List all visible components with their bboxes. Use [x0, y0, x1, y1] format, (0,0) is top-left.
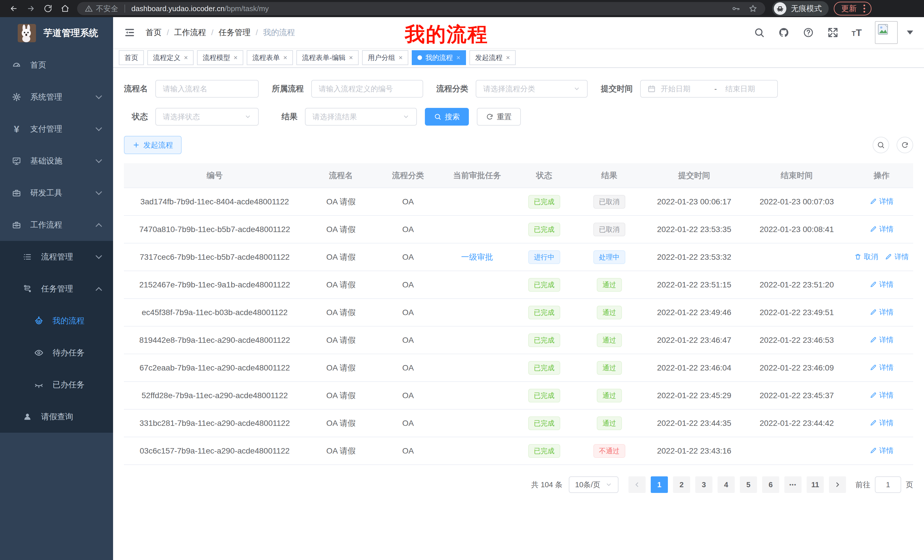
sidebar-collapse-icon[interactable]: [124, 27, 135, 38]
red-annotation-text: 我的流程: [405, 21, 488, 48]
avatar[interactable]: [875, 21, 898, 44]
tab-my-process[interactable]: 我的流程×: [412, 50, 466, 65]
page-button-3[interactable]: 3: [695, 476, 712, 493]
tab-start-process[interactable]: 发起流程×: [470, 50, 516, 65]
sidebar-item-process-management[interactable]: 流程管理: [0, 241, 113, 273]
bookmark-star-icon[interactable]: [748, 4, 757, 13]
reload-icon[interactable]: [43, 3, 53, 14]
date-range-picker[interactable]: 开始日期 - 结束日期: [640, 80, 778, 97]
next-page-button[interactable]: [829, 476, 846, 493]
close-icon[interactable]: ×: [234, 54, 238, 61]
toggle-search-button[interactable]: [873, 137, 889, 153]
detail-link[interactable]: 详情: [870, 307, 894, 317]
detail-link[interactable]: 详情: [870, 197, 894, 206]
calendar-icon: [648, 85, 656, 93]
cell-id: ec45f38f-7b9a-11ec-b03b-acde48001122: [124, 298, 306, 326]
current-task-link[interactable]: 一级审批: [461, 253, 493, 262]
page-button-5[interactable]: 5: [740, 476, 757, 493]
process-category-select[interactable]: 请选择流程分类: [476, 80, 588, 97]
breadcrumb-item[interactable]: 首页: [146, 27, 162, 38]
font-size-icon[interactable]: TT: [852, 27, 862, 38]
sidebar-item-home[interactable]: 首页: [0, 49, 113, 81]
table-row: ec45f38f-7b9a-11ec-b03b-acde48001122 OA …: [124, 298, 913, 326]
cancel-link[interactable]: 取消: [854, 252, 878, 262]
close-icon[interactable]: ×: [456, 54, 460, 61]
logo-image: [18, 24, 36, 42]
sidebar-item-todo-tasks[interactable]: 待办任务: [0, 337, 113, 369]
process-definition-input[interactable]: 请输入流程定义的编号: [311, 80, 423, 97]
sidebar-item-dev-tools[interactable]: 研发工具: [0, 177, 113, 209]
sidebar-item-system[interactable]: 系统管理: [0, 81, 113, 113]
page-button-11[interactable]: 11: [807, 476, 824, 493]
chrome-update-button[interactable]: 更新: [834, 2, 872, 15]
sidebar-item-infrastructure[interactable]: 基础设施: [0, 145, 113, 177]
tab-home[interactable]: 首页: [119, 50, 144, 65]
refresh-table-button[interactable]: [897, 137, 913, 153]
sidebar-item-workflow[interactable]: 工作流程: [0, 209, 113, 241]
help-icon[interactable]: [802, 27, 814, 38]
more-pages-button[interactable]: •••: [784, 476, 801, 493]
address-bar[interactable]: 不安全 dashboard.yudao.iocoder.cn /bpm/task…: [77, 2, 765, 15]
detail-link[interactable]: 详情: [870, 335, 894, 344]
page-button-6[interactable]: 6: [762, 476, 779, 493]
search-button[interactable]: 搜索: [425, 108, 469, 126]
edit-icon: [870, 392, 877, 399]
sidebar-item-payment[interactable]: ¥ 支付管理: [0, 113, 113, 145]
tab-process-model[interactable]: 流程模型×: [197, 50, 243, 65]
reset-button[interactable]: 重置: [477, 108, 521, 126]
cell-name: OA 请假: [306, 409, 376, 437]
password-key-icon[interactable]: [732, 4, 740, 13]
tab-process-form-edit[interactable]: 流程表单-编辑×: [296, 50, 358, 65]
detail-link[interactable]: 详情: [870, 446, 894, 455]
detail-link[interactable]: 详情: [870, 363, 894, 372]
github-icon[interactable]: [778, 27, 789, 38]
tab-process-form[interactable]: 流程表单×: [247, 50, 293, 65]
detail-link[interactable]: 详情: [870, 391, 894, 400]
page-button-2[interactable]: 2: [673, 476, 690, 493]
close-icon[interactable]: ×: [283, 54, 287, 61]
result-select[interactable]: 请选择流结果: [305, 108, 417, 126]
breadcrumb-item[interactable]: 工作流程: [174, 27, 206, 38]
page-button-4[interactable]: 4: [717, 476, 735, 493]
eye-icon: [34, 347, 44, 358]
search-icon[interactable]: [753, 27, 765, 38]
sidebar-item-done-tasks[interactable]: 已办任务: [0, 369, 113, 401]
close-icon[interactable]: ×: [349, 54, 353, 61]
process-name-input[interactable]: 请输入流程名: [155, 80, 259, 97]
status-select[interactable]: 请选择状态: [155, 108, 259, 126]
home-icon[interactable]: [60, 3, 70, 14]
page-size-select[interactable]: 10条/页: [569, 476, 618, 493]
status-badge: 已完成: [528, 278, 560, 292]
not-secure-indicator[interactable]: 不安全: [85, 4, 118, 14]
goto-page-input[interactable]: 1: [875, 476, 901, 493]
edit-icon: [870, 364, 877, 371]
close-icon[interactable]: ×: [399, 54, 403, 61]
avatar-caret-icon[interactable]: [907, 30, 913, 34]
back-icon[interactable]: [9, 3, 19, 14]
breadcrumb-item[interactable]: 任务管理: [219, 27, 251, 38]
sidebar-item-my-process[interactable]: 我的流程: [0, 305, 113, 337]
sidebar-item-task-management[interactable]: 任务管理: [0, 273, 113, 305]
close-icon[interactable]: ×: [184, 54, 188, 61]
detail-link[interactable]: 详情: [870, 418, 894, 428]
chevron-down-icon: [573, 85, 580, 92]
close-icon[interactable]: ×: [506, 54, 510, 61]
status-badge: 已完成: [528, 306, 560, 319]
prev-page-button[interactable]: [628, 476, 646, 493]
detail-link[interactable]: 详情: [870, 280, 894, 289]
cell-submit-time: 2022-01-22 23:46:04: [645, 354, 744, 382]
detail-link[interactable]: 详情: [870, 225, 894, 234]
page-button-1[interactable]: 1: [651, 476, 668, 493]
app-logo[interactable]: 芋道管理系统: [0, 17, 113, 49]
forward-icon[interactable]: [26, 3, 36, 14]
fullscreen-icon[interactable]: [827, 27, 838, 38]
browser-menu-icon[interactable]: [862, 3, 866, 14]
cell-end-time: 2022-01-23 00:07:03: [744, 188, 850, 216]
sidebar-item-leave-query[interactable]: 请假查询: [0, 401, 113, 433]
start-process-button[interactable]: 发起流程: [124, 136, 182, 154]
cell-category: OA: [376, 409, 440, 437]
tab-user-group[interactable]: 用户分组×: [362, 50, 408, 65]
detail-link[interactable]: 详情: [885, 252, 909, 262]
sidebar-item-label: 流程管理: [41, 252, 96, 262]
tab-process-definition[interactable]: 流程定义×: [147, 50, 194, 65]
